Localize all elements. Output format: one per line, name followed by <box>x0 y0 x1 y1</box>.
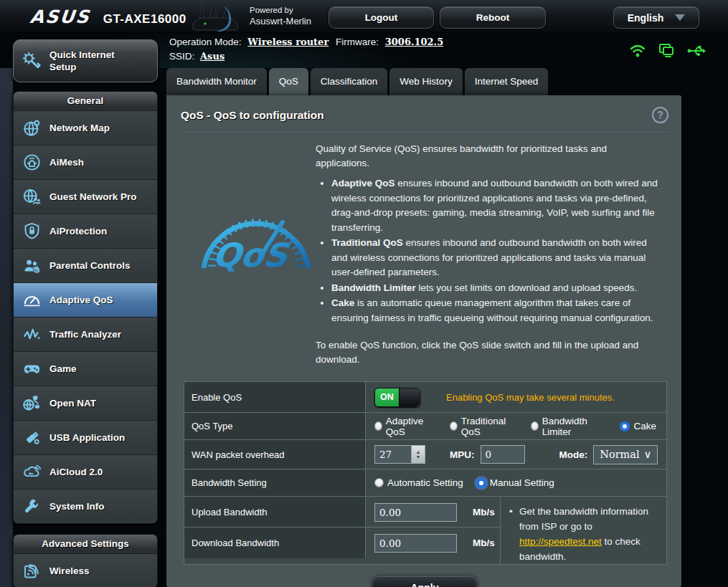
usb-status-icon[interactable] <box>686 43 706 59</box>
tab-classification[interactable]: Classification <box>311 68 388 95</box>
powered-by-line1: Powered by <box>250 5 311 16</box>
sidebar: Quick Internet Setup General Network Map… <box>13 39 158 587</box>
enable-qos-label: Enable QoS <box>184 382 366 412</box>
wan-overhead-stepper: ▲▼ <box>374 445 425 464</box>
sidebar-item-label: Guest Network Pro <box>49 191 137 202</box>
stepper-arrows[interactable]: ▲▼ <box>411 446 425 463</box>
sidebar-item-aiprotection[interactable]: AiProtection <box>14 214 157 248</box>
ssid-label: SSID: <box>169 51 194 62</box>
select-arrow-icon: ∨ <box>644 449 652 460</box>
tab-internet-speed[interactable]: Internet Speed <box>465 68 549 95</box>
reboot-button[interactable]: Reboot <box>440 6 546 29</box>
radio-dot <box>476 478 486 488</box>
radio-adaptive-qos[interactable]: Adaptive QoS <box>374 416 434 437</box>
language-select[interactable]: English <box>613 6 699 29</box>
sidebar-section-general: General Network Map AiMesh Guest Network… <box>13 91 158 524</box>
network-map-icon <box>21 118 42 139</box>
radio-bandwidth-limiter[interactable]: Bandwidth Limiter <box>531 416 605 437</box>
sidebar-item-network-map[interactable]: Network Map <box>14 110 157 145</box>
qos-intro-text: Quality of Service (QoS) ensures bandwid… <box>316 142 661 171</box>
mpu-input[interactable] <box>481 445 525 464</box>
mode-value: Normal <box>600 449 639 460</box>
apply-button[interactable]: Apply <box>372 576 477 587</box>
table-row-qos-type: QoS Type Adaptive QoS Traditional QoS Ba… <box>184 413 666 440</box>
toggle-on-label: ON <box>375 388 399 406</box>
sidebar-item-usb-application[interactable]: USB Application <box>14 420 157 454</box>
radio-manual-setting[interactable]: Manual Setting <box>476 477 554 488</box>
tab-qos[interactable]: QoS <box>269 68 308 95</box>
tab-bandwidth-monitor[interactable]: Bandwidth Monitor <box>166 68 267 95</box>
speedtest-link[interactable]: http://speedtest.net <box>519 536 602 547</box>
quick-internet-setup-button[interactable]: Quick Internet Setup <box>13 39 158 82</box>
download-unit: Mb/s <box>473 538 495 548</box>
wan-overhead-label: WAN packet overhead <box>184 440 366 469</box>
asus-logo: ASUS <box>29 6 91 27</box>
wireless-icon <box>21 560 42 582</box>
firmware-link[interactable]: 3006.102.5 <box>385 37 443 47</box>
sidebar-item-label: USB Application <box>49 432 125 443</box>
sidebar-item-aimesh[interactable]: AiMesh <box>14 145 157 179</box>
wan-overhead-input[interactable] <box>375 446 411 463</box>
tab-web-history[interactable]: Web History <box>389 68 462 95</box>
mode-label: Mode: <box>559 449 588 460</box>
download-bandwidth-input[interactable] <box>374 534 457 553</box>
sidebar-item-label: AiMesh <box>49 157 84 168</box>
sidebar-item-label: Network Map <box>49 123 110 133</box>
qis-label-line1: Quick Internet <box>49 49 115 60</box>
radio-traditional-qos[interactable]: Traditional QoS <box>450 416 515 437</box>
radio-dot <box>620 421 630 431</box>
radio-dot <box>374 478 384 487</box>
clients-status-icon[interactable] <box>658 43 675 59</box>
quick-setup-icon <box>21 50 42 72</box>
sidebar-section-advanced: Advanced Settings Wireless <box>13 534 158 587</box>
table-row-bandwidth-values: Upload Bandwidth Mb/s Download Bandwidth… <box>184 497 666 565</box>
sidebar-item-label: Adaptive QoS <box>49 295 113 305</box>
qos-bullet-list: Adaptive QoS ensures inbound and outboun… <box>331 176 661 325</box>
mode-select[interactable]: Normal ∨ <box>593 445 658 464</box>
sidebar-item-wireless[interactable]: Wireless <box>14 553 157 587</box>
sidebar-item-game[interactable]: Game <box>14 351 157 386</box>
qos-logo: QoS <box>194 194 317 280</box>
powered-by: Powered by Asuswrt-Merlin <box>250 5 311 27</box>
sidebar-item-label: AiProtection <box>49 226 107 237</box>
radio-automatic-setting[interactable]: Automatic Setting <box>374 477 463 488</box>
system-info-icon <box>21 496 42 517</box>
bullet-bandwidth-limiter: Bandwidth Limiter lets you set limits on… <box>331 281 661 296</box>
sidebar-item-system-info[interactable]: System Info <box>14 489 157 523</box>
download-bandwidth-label: Download Bandwidth <box>184 528 366 558</box>
radio-cake[interactable]: Cake <box>620 421 656 431</box>
sidebar-item-label: AiCloud 2.0 <box>49 467 103 477</box>
enable-qos-toggle[interactable]: ON <box>374 388 420 407</box>
enable-qos-note: Enabling QoS may take several minutes. <box>446 392 615 403</box>
table-row-enable-qos: Enable QoS ON Enabling QoS may take seve… <box>184 382 666 413</box>
qis-label-line2: Setup <box>49 62 77 72</box>
qos-panel: QoS - QoS to configuration ? QoS <box>166 95 681 587</box>
upload-bandwidth-input[interactable] <box>374 503 457 522</box>
router-admin-page: ASUS GT-AXE16000 Powered by Asuswrt-Merl… <box>0 0 728 587</box>
qos-outro-text: To enable QoS function, click the QoS sl… <box>316 338 661 367</box>
language-value: English <box>628 12 664 24</box>
wifi-status-icon[interactable] <box>629 43 646 59</box>
help-icon[interactable]: ? <box>652 107 668 123</box>
parental-controls-icon <box>21 255 42 277</box>
logout-button[interactable]: Logout <box>328 6 434 29</box>
main-content: Bandwidth Monitor QoS Classification Web… <box>166 68 681 587</box>
aiprotection-icon <box>21 221 42 242</box>
sidebar-item-aicloud[interactable]: AiCloud 2.0 <box>14 454 157 489</box>
ssid-link[interactable]: Asus <box>200 51 224 62</box>
powered-by-line2: Asuswrt-Merlin <box>250 16 311 27</box>
section-header-general: General <box>14 92 157 110</box>
usb-application-icon <box>21 427 42 449</box>
upload-unit: Mb/s <box>473 507 495 517</box>
sidebar-item-open-nat[interactable]: Open NAT <box>14 386 157 420</box>
aimesh-icon <box>21 152 42 173</box>
top-bar: ASUS GT-AXE16000 Powered by Asuswrt-Merl… <box>0 0 728 33</box>
sidebar-item-parental-controls[interactable]: Parental Controls <box>14 248 157 282</box>
mpu-label: MPU: <box>450 449 475 460</box>
sidebar-item-adaptive-qos[interactable]: Adaptive QoS <box>14 282 157 317</box>
sidebar-item-guest-network-pro[interactable]: Guest Network Pro <box>14 179 157 214</box>
svg-text:QoS: QoS <box>211 236 291 275</box>
sidebar-item-label: Parental Controls <box>49 260 131 271</box>
sidebar-item-traffic-analyzer[interactable]: Traffic Analyzer <box>14 317 157 351</box>
operation-mode-link[interactable]: Wireless router <box>247 37 328 47</box>
